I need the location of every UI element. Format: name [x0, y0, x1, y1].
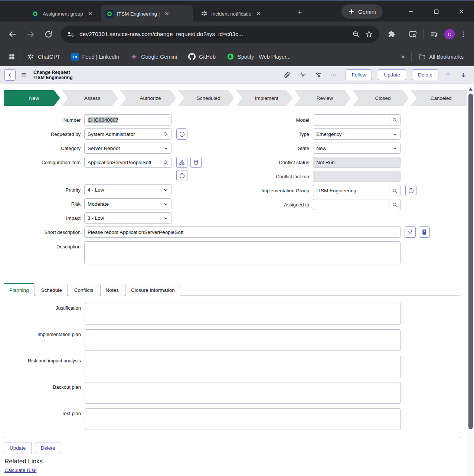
tab-closure-information[interactable]: Closure Information — [125, 284, 180, 296]
info-icon — [179, 131, 185, 137]
profile-avatar[interactable]: C — [444, 29, 455, 39]
backout-plan-textarea[interactable] — [85, 382, 401, 404]
apps-button[interactable] — [6, 50, 18, 63]
implementation-group-field: ITSM Engineering — [313, 185, 401, 196]
priority-select[interactable]: 4 - Low — [84, 184, 171, 195]
calculate-risk-link[interactable]: Calculate Risk — [4, 467, 36, 473]
type-select[interactable]: Emergency — [313, 128, 401, 140]
stage-review[interactable]: Review — [294, 90, 351, 106]
close-icon[interactable]: ✕ — [164, 10, 169, 17]
configuration-item-lookup-button[interactable] — [160, 157, 171, 167]
update-button[interactable]: Update — [378, 69, 406, 80]
search-icon — [163, 131, 169, 137]
configuration-item-preview-button[interactable] — [176, 170, 187, 181]
forward-button[interactable] — [23, 27, 38, 42]
address-bar[interactable]: dev270301.service-now.com/change_request… — [61, 26, 379, 43]
implementation-group-input[interactable]: ITSM Engineering — [313, 185, 389, 196]
reload-button[interactable] — [41, 27, 56, 42]
zoom-out-icon[interactable] — [352, 30, 360, 38]
stage-authorize[interactable]: Authorize — [120, 90, 176, 106]
configuration-item-input[interactable]: ApplicationServerPeopleSoft — [85, 157, 160, 167]
implementation-plan-textarea[interactable] — [85, 329, 401, 351]
bookmarks-overflow-button[interactable]: » — [396, 53, 409, 61]
minimize-button[interactable] — [400, 1, 422, 22]
tab-notes[interactable]: Notes — [100, 284, 124, 296]
implementation-group-lookup-button[interactable] — [389, 185, 400, 196]
new-tab-button[interactable]: + — [294, 7, 305, 18]
suggestion-button[interactable] — [405, 226, 416, 238]
browser-menu-button[interactable] — [458, 27, 469, 42]
search-tabs-button[interactable] — [405, 27, 420, 42]
implementation-group-preview-button[interactable] — [405, 185, 416, 196]
number-input[interactable]: CHG0040007 — [84, 114, 171, 125]
form-context-menu-button[interactable] — [19, 69, 28, 81]
stage-implement[interactable]: Implement — [236, 90, 293, 106]
bookmark-star-icon[interactable] — [365, 30, 373, 38]
browser-tab-2[interactable]: ITSM Engineering | ✕ — [101, 5, 193, 22]
impact-select[interactable]: 3 - Low — [84, 212, 171, 224]
chevron-down-icon — [163, 202, 168, 206]
bookmark-google-gemini[interactable]: Google Gemini — [126, 50, 182, 63]
tab-conflicts[interactable]: Conflicts — [69, 284, 99, 296]
bookmark-spotify[interactable]: Spotify - Web Player... — [222, 50, 295, 63]
short-description-input[interactable]: Please reboot ApplicationServerPeopleSof… — [84, 226, 401, 238]
bookmark-github[interactable]: GitHub — [184, 50, 220, 63]
delete-button[interactable]: Delete — [412, 69, 438, 80]
requested-by-input[interactable]: System Administrator — [85, 129, 160, 139]
back-record-button[interactable] — [4, 69, 16, 81]
configuration-item-preview-row — [176, 170, 187, 181]
maximize-button[interactable] — [425, 1, 447, 22]
model-lookup-button[interactable] — [389, 115, 400, 125]
media-controls-button[interactable] — [426, 27, 441, 42]
scrollbar-thumb[interactable] — [468, 94, 473, 429]
risk-impact-analysis-textarea[interactable] — [85, 356, 401, 377]
more-options-button[interactable] — [328, 69, 340, 81]
show-ci-button[interactable] — [190, 157, 202, 168]
next-record-button[interactable] — [458, 69, 470, 81]
bookmark-linkedin[interactable]: in Feed | LinkedIn — [67, 50, 124, 63]
kebab-menu-icon — [460, 30, 467, 38]
category-select[interactable]: Server Reboot — [84, 143, 171, 154]
assigned-to-input[interactable] — [313, 199, 389, 210]
stage-canceled[interactable]: Canceled — [411, 90, 467, 106]
assigned-to-lookup-button[interactable] — [389, 199, 400, 210]
close-window-button[interactable] — [451, 1, 472, 22]
bookmark-chatgpt[interactable]: ChatGPT — [23, 50, 65, 63]
justification-textarea[interactable] — [85, 303, 401, 325]
toolbar-divider — [402, 29, 402, 39]
state-select[interactable]: New — [313, 143, 401, 154]
tab-schedule[interactable]: Schedule — [36, 284, 68, 296]
browser-tab-1[interactable]: Assignment group ✕ — [27, 5, 99, 22]
stage-new[interactable]: New — [4, 90, 60, 106]
stage-assess[interactable]: Assess — [62, 90, 118, 106]
update-button-bottom[interactable]: Update — [4, 443, 32, 453]
scrollbar-up-arrow[interactable] — [469, 87, 473, 91]
extensions-button[interactable] — [384, 27, 399, 42]
conflict-last-run-readonly — [313, 171, 401, 182]
previous-record-button[interactable] — [442, 69, 454, 81]
activity-stream-button[interactable] — [297, 69, 308, 81]
test-plan-textarea[interactable] — [85, 408, 401, 430]
gemini-button[interactable]: Gemini — [341, 4, 383, 19]
all-bookmarks-button[interactable]: All Bookmarks — [414, 50, 468, 63]
browser-tab-3[interactable]: Incident notificatio ✕ — [196, 5, 288, 22]
stage-scheduled[interactable]: Scheduled — [178, 90, 235, 106]
page-scrollbar[interactable] — [467, 84, 474, 476]
requested-by-lookup-button[interactable] — [160, 129, 171, 139]
close-icon[interactable]: ✕ — [88, 10, 93, 17]
dependency-map-button[interactable] — [176, 157, 187, 168]
personalize-form-button[interactable] — [312, 69, 324, 81]
arrow-down-icon — [460, 72, 467, 78]
close-icon[interactable]: ✕ — [256, 10, 261, 17]
back-button[interactable] — [5, 27, 20, 42]
description-textarea[interactable] — [84, 241, 401, 264]
attachment-button[interactable] — [281, 69, 293, 81]
delete-button-bottom[interactable]: Delete — [35, 443, 61, 453]
tab-planning[interactable]: Planning — [4, 283, 35, 297]
risk-select[interactable]: Moderate — [84, 198, 171, 209]
model-input[interactable] — [313, 115, 389, 125]
knowledge-search-button[interactable] — [419, 226, 430, 238]
follow-button[interactable]: Follow — [346, 69, 372, 80]
requested-by-preview-button[interactable] — [176, 128, 187, 140]
stage-closed[interactable]: Closed — [353, 90, 409, 106]
